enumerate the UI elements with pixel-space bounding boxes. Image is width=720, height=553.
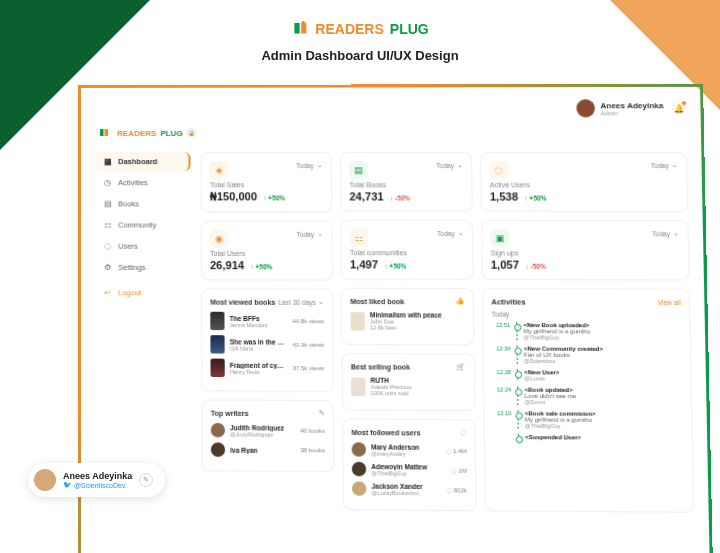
trend-up-icon: ↑ +50%: [524, 194, 546, 201]
credit-badge[interactable]: Anees Adeyinka 🐦@ScientiscoDev ✎: [28, 463, 165, 497]
list-item[interactable]: Iva Ryan38 books: [211, 442, 325, 457]
chevron-down-icon: ⌄: [672, 161, 678, 169]
book-icon: ▤: [103, 199, 112, 208]
chevron-down-icon: ⌄: [457, 161, 463, 169]
list-item[interactable]: Judith Rodriguez@JudyRodriguez40 books: [211, 423, 325, 438]
period-selector[interactable]: Today⌄: [652, 229, 679, 237]
user-role: Admin: [600, 110, 663, 116]
list-item[interactable]: RUTHAdeola Precious1006 units sold: [351, 377, 466, 397]
grid-icon: ▦: [103, 157, 112, 166]
chevron-down-icon: ⌄: [317, 230, 323, 238]
book-thumb: [350, 312, 364, 330]
period-selector[interactable]: Last 30 days⌄: [278, 298, 324, 306]
edit-icon[interactable]: ✎: [139, 473, 153, 487]
most-followed-users: Most followed users◌ Mary Anderson@maryA…: [342, 419, 476, 512]
kpi-total-books: ▤Today⌄ Total Books 24,731↓ -50%: [340, 152, 473, 212]
period-selector[interactable]: Today⌄: [437, 229, 464, 237]
view-all-link[interactable]: View all: [658, 299, 681, 306]
brand-row: READERS PLUG 🔒: [95, 123, 687, 142]
book-thumb: [210, 312, 224, 330]
shield-icon: ◈: [210, 161, 228, 179]
book-icon: ▤: [349, 161, 367, 179]
list-item[interactable]: She was in the darkGift Nana42.3k views: [210, 335, 324, 354]
period-selector[interactable]: Today⌄: [651, 161, 678, 169]
book-thumb: [210, 335, 224, 353]
activity-item[interactable]: 12:10<Book sale commision>My girlfriend …: [493, 410, 683, 430]
kpi-total-communities: ⚏Today⌄ Total communities 1,497↑ +50%: [340, 220, 473, 280]
avatar: [211, 442, 225, 456]
activity-item[interactable]: 12:24<Book updated>Love didn't see me@Du…: [492, 386, 682, 405]
trend-down-icon: ↓ -50%: [525, 263, 546, 270]
timeline-dot: [518, 434, 519, 440]
twitter-icon: 🐦: [63, 481, 72, 489]
book-thumb: [210, 359, 224, 377]
most-viewed-books: Most viewed booksLast 30 days⌄ The BFFsJ…: [201, 288, 334, 391]
activity-item[interactable]: 12:51<New Book uploaded>My girlfriend is…: [492, 322, 682, 341]
avatar: [34, 469, 56, 491]
activity-icon: ◷: [103, 178, 112, 187]
svg-point-0: [302, 21, 305, 24]
timeline-dot: [517, 387, 518, 406]
timeline-dot: [517, 345, 518, 363]
trend-up-icon: ↑ +50%: [384, 262, 406, 269]
book-thumb: [351, 377, 365, 396]
brand-plug: PLUG: [390, 21, 429, 37]
sidebar: ▦Dashboard ◷Activities ▤Books ⚏Community…: [95, 152, 192, 509]
list-item[interactable]: The BFFsJenna Macdoni44.8k views: [210, 312, 324, 331]
best-selling-book: Best selling book🛒 RUTHAdeola Precious10…: [342, 353, 476, 411]
community-icon: ⚏: [350, 229, 368, 247]
list-item[interactable]: Adewoyin Mattew@ThatBigGuy◌ 1M: [352, 462, 467, 477]
activity-item[interactable]: 12:28<New User>@Lucas: [492, 369, 682, 382]
list-item[interactable]: Jackson Xander@LuckyBookworm◌ 802k: [352, 481, 467, 496]
user-icon: ◌: [103, 242, 112, 251]
gear-icon: ⚙: [103, 263, 112, 272]
user-name: Anees Adeyinka: [600, 101, 663, 110]
kpi-active-users: ◌Today⌄ Active Users 1,538↑ +50%: [480, 152, 688, 212]
kpi-total-sales: ◈Today⌄ Total Sales ₦150,000↑ +50%: [201, 152, 333, 213]
user-chip[interactable]: Anees Adeyinka Admin: [577, 99, 664, 117]
brand-logo: READERS PLUG: [261, 20, 458, 38]
sidebar-item-logout[interactable]: ↩Logout: [95, 283, 191, 303]
users-icon: ◉: [210, 230, 228, 248]
dashboard-window: Anees Adeyinka Admin 🔔 READERS PLUG 🔒 ▦D…: [78, 84, 713, 553]
avatar: [211, 423, 225, 437]
credit-handle: 🐦@ScientiscoDev: [63, 481, 132, 489]
sidebar-item-books[interactable]: ▤Books: [95, 194, 191, 213]
period-selector[interactable]: Today⌄: [436, 161, 463, 169]
community-icon: ⚏: [103, 220, 112, 229]
pen-icon: ✎: [319, 409, 325, 417]
trend-up-icon: ↑ +50%: [263, 194, 285, 201]
avatar: [352, 481, 366, 496]
avatar: [352, 462, 366, 477]
trend-up-icon: ↑ +50%: [250, 263, 272, 270]
avatar: [577, 99, 596, 117]
timeline-dot: [517, 369, 518, 381]
sidebar-item-activities[interactable]: ◷Activities: [95, 173, 191, 192]
thumbs-up-icon: 👍: [455, 297, 464, 305]
sidebar-item-community[interactable]: ⚏Community: [95, 215, 191, 234]
activity-item[interactable]: <Suspended User>: [493, 434, 683, 441]
period-selector[interactable]: Today⌄: [297, 230, 324, 238]
most-liked-book: Most liked book👍 Minimalism with peaceJo…: [341, 288, 474, 346]
page-header: READERS PLUG Admin Dashboard UI/UX Desig…: [261, 20, 458, 63]
lock-icon: 🔒: [187, 128, 197, 138]
kpi-signups: ▣Today⌄ Sign ups 1,057↓ -50%: [481, 220, 689, 281]
activity-item[interactable]: 12:34<New Community created>Fan of UX bo…: [492, 345, 682, 364]
signup-icon: ▣: [490, 229, 509, 247]
list-item[interactable]: Minimalism with peaceJohn Doe12.8k likes: [350, 311, 465, 331]
book-icon: [291, 20, 309, 38]
sidebar-item-settings[interactable]: ⚙Settings: [95, 258, 191, 277]
kpi-total-users: ◉Today⌄ Total Users 26,914↑ +50%: [201, 221, 333, 281]
timeline-dot: [516, 322, 517, 340]
avatar: [352, 442, 366, 456]
sidebar-item-users[interactable]: ◌Users: [95, 237, 191, 256]
list-item[interactable]: Fragment of cyber crimesHenry Tesla37.5k…: [210, 359, 324, 378]
trend-down-icon: ↓ -50%: [390, 194, 411, 201]
period-selector[interactable]: Today⌄: [296, 161, 323, 169]
logout-icon: ↩: [103, 288, 112, 297]
notification-icon[interactable]: 🔔: [672, 101, 687, 115]
list-item[interactable]: Mary Anderson@maryAndey◌ 1.4M: [352, 442, 467, 457]
sidebar-item-dashboard[interactable]: ▦Dashboard: [95, 152, 190, 171]
chevron-down-icon: ⌄: [318, 298, 324, 306]
page-subtitle: Admin Dashboard UI/UX Design: [261, 48, 458, 63]
